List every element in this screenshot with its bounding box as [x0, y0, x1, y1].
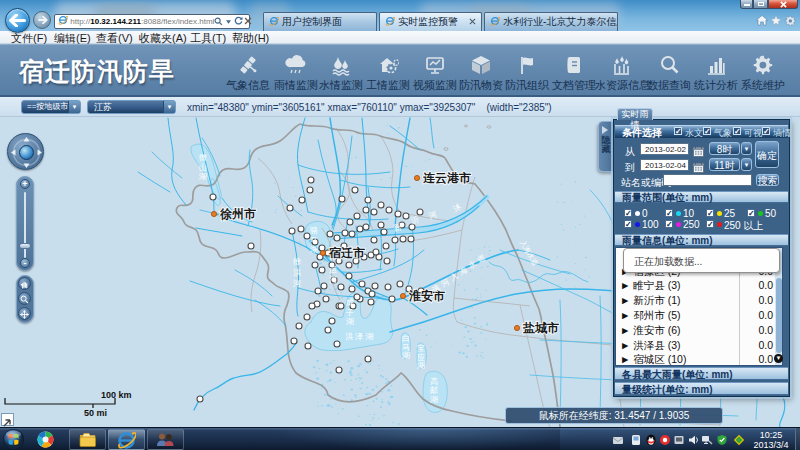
svg-text:湖: 湖 [402, 351, 410, 360]
svg-text:河: 河 [329, 275, 337, 284]
svg-text:洪: 洪 [293, 268, 301, 277]
svg-text:山: 山 [199, 163, 207, 172]
svg-text:河: 河 [293, 279, 301, 288]
svg-text:宿迁市: 宿迁市 [328, 246, 365, 260]
svg-text:湖: 湖 [346, 317, 354, 326]
svg-text:连云港市: 连云港市 [423, 171, 471, 185]
svg-text:湖: 湖 [430, 395, 438, 404]
svg-text:邮: 邮 [430, 386, 438, 395]
svg-text:子: 子 [345, 308, 354, 317]
svg-text:洪 泽 湖: 洪 泽 湖 [345, 332, 373, 341]
svg-text:徐州市: 徐州市 [219, 207, 256, 221]
svg-text:成: 成 [346, 298, 354, 307]
svg-text:湖: 湖 [199, 172, 207, 181]
svg-text:徐: 徐 [293, 257, 301, 266]
svg-text:微: 微 [199, 153, 207, 162]
svg-text:100 km: 100 km [101, 390, 132, 400]
svg-text:运: 运 [329, 265, 337, 274]
svg-text:骆: 骆 [310, 226, 318, 235]
svg-text:50 mi: 50 mi [84, 408, 107, 418]
svg-text:湖: 湖 [310, 245, 318, 254]
svg-text:湖: 湖 [417, 361, 425, 370]
svg-text:高: 高 [430, 377, 438, 386]
svg-text:马: 马 [310, 236, 318, 245]
svg-text:盐城市: 盐城市 [522, 321, 559, 335]
